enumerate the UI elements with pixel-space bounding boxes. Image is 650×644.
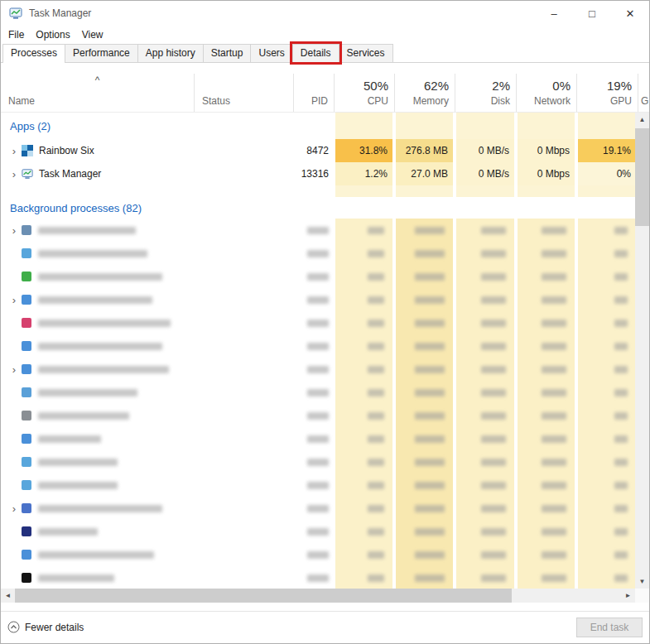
status-cell [194,242,293,265]
process-name-cell: › [1,288,194,311]
column-header-disk[interactable]: 2% Disk [455,74,516,112]
process-row-task-manager[interactable]: › Task Manager 13316 1.2% 27.0 MB 0 MB/s… [1,162,635,185]
blurred-network-value [542,528,566,536]
app-icon [22,318,31,328]
background-process-row[interactable] [1,404,635,427]
background-process-row[interactable] [1,334,635,358]
tab-details[interactable]: Details [292,44,339,62]
blurred-cpu-value [368,435,384,443]
blurred-process-name [38,435,101,443]
background-process-row[interactable] [1,265,635,288]
blurred-gpu-value [614,366,628,373]
background-process-row[interactable] [1,242,635,265]
tab-users[interactable]: Users [250,44,292,62]
memory-cell [394,404,455,427]
end-task-button[interactable]: End task [576,618,643,637]
vertical-scrollbar[interactable]: ▲ ▼ [635,113,649,589]
column-header-gpu[interactable]: 19% GPU [576,74,638,112]
horizontal-scrollbar[interactable]: ◄ ► [1,589,635,603]
blurred-process-name [38,227,136,234]
status-cell [194,520,293,543]
expand-chevron-icon[interactable]: › [7,502,22,515]
expand-chevron-icon[interactable]: › [7,363,22,376]
blurred-process-name [38,343,162,350]
memory-cell [394,566,455,589]
cpu-cell [334,334,394,358]
background-process-row[interactable]: › [1,219,635,242]
app-icon [22,434,31,444]
group-row-apps[interactable]: Apps (2) [1,113,635,139]
network-cell: 0 Mbps [516,162,576,185]
title-bar[interactable]: Task Manager – □ ✕ [1,1,649,26]
column-header-pid[interactable]: PID [293,74,334,112]
tab-processes[interactable]: Processes [2,44,65,63]
menu-file[interactable]: File [2,27,30,42]
cpu-cell [334,381,394,404]
blurred-process-name [38,505,162,512]
tab-app-history[interactable]: App history [137,44,204,62]
pid-cell [293,404,334,427]
background-process-row[interactable]: › [1,358,635,381]
group-header-apps[interactable]: Apps (2) [10,120,51,132]
column-header-network[interactable]: 0% Network [516,74,576,112]
expand-chevron-icon[interactable]: › [7,145,22,157]
background-process-row[interactable] [1,473,635,497]
tab-services[interactable]: Services [339,44,393,62]
tab-startup[interactable]: Startup [203,44,252,62]
background-process-row[interactable] [1,450,635,473]
scroll-right-button[interactable]: ► [621,589,635,603]
group-row-background[interactable]: Background processes (82) [1,197,635,219]
app-icon [22,341,31,351]
background-process-row[interactable] [1,311,635,334]
minimize-button[interactable]: – [535,1,573,26]
column-header-memory[interactable]: 62% Memory [394,74,455,112]
expand-chevron-icon[interactable]: › [7,294,22,306]
column-label-cpu: CPU [368,95,388,107]
background-process-row[interactable]: › [1,288,635,311]
close-button[interactable]: ✕ [611,1,649,26]
maximize-button[interactable]: □ [573,1,611,26]
horizontal-scrollbar-track[interactable] [15,589,621,603]
scroll-up-button[interactable]: ▲ [635,113,649,127]
blurred-pid [307,296,329,304]
tab-strip: Processes Performance App history Startu… [1,44,649,63]
gpu-total-percent: 19% [607,79,632,93]
process-name-cell [1,543,194,566]
blurred-process-name [38,389,137,396]
background-process-row[interactable] [1,427,635,450]
blurred-disk-value [481,250,506,257]
fewer-details-toggle[interactable]: Fewer details [7,621,84,633]
tab-performance[interactable]: Performance [65,44,138,62]
group-header-background[interactable]: Background processes (82) [10,202,142,214]
blurred-disk-value [481,435,506,443]
background-process-row[interactable] [1,543,635,566]
background-process-row[interactable] [1,566,635,589]
expand-chevron-icon[interactable]: › [7,224,22,237]
blurred-network-value [542,459,566,466]
column-header-gpu-engine[interactable]: G [638,74,649,112]
blurred-gpu-value [614,459,628,466]
scroll-down-button[interactable]: ▼ [635,574,649,589]
column-header-name[interactable]: ^ Name [1,74,194,112]
vertical-scrollbar-track[interactable] [635,127,649,574]
up-arrow-icon: ▲ [639,116,646,123]
menu-view[interactable]: View [76,27,109,42]
column-label-pid: PID [311,95,328,107]
blurred-memory-value [415,227,445,234]
column-header-cpu[interactable]: 50% CPU [334,74,394,112]
horizontal-scrollbar-thumb[interactable] [15,589,512,603]
blurred-pid [307,273,329,281]
column-header-status[interactable]: Status [194,74,293,112]
process-name-cell [1,334,194,358]
menu-options[interactable]: Options [30,27,75,42]
process-row-rainbow-six[interactable]: › Rainbow Six 8472 31.8% 276.8 MB 0 MB/s… [1,139,635,162]
expand-chevron-icon[interactable]: › [7,168,22,180]
blurred-gpu-value [614,412,628,420]
blurred-network-value [542,320,566,327]
scroll-left-button[interactable]: ◄ [1,589,15,603]
background-process-row[interactable] [1,520,635,543]
background-process-row[interactable]: › [1,497,635,520]
blurred-gpu-value [614,273,628,281]
background-process-row[interactable] [1,381,635,404]
vertical-scrollbar-thumb[interactable] [635,128,649,226]
